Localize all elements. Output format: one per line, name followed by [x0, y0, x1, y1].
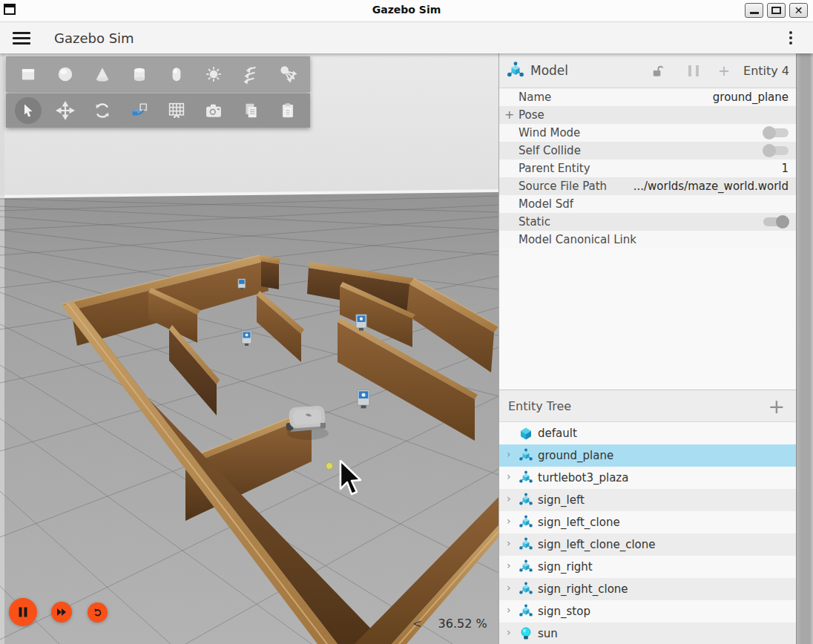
tree-item-sign-right[interactable]: › sign_right	[499, 556, 797, 578]
step-forward-icon	[56, 608, 67, 617]
camera-icon	[203, 100, 224, 121]
paste-icon	[278, 101, 297, 120]
viewport-3d-scene[interactable]	[0, 53, 498, 644]
minimize-button[interactable]	[745, 3, 763, 18]
select-tool-button[interactable]	[10, 95, 47, 126]
pause-button[interactable]	[9, 598, 37, 626]
gazebo-window: Gazebo Sim ✕ Gazebo Sim	[0, 0, 813, 644]
close-icon: ✕	[794, 5, 803, 16]
tool-toolbar	[6, 93, 310, 128]
tree-item-sun[interactable]: › sun	[499, 622, 797, 644]
maximize-button[interactable]	[767, 3, 786, 18]
rotate-icon	[93, 101, 112, 120]
model-properties: Nameground_plane+PoseWind ModeSelf Colli…	[499, 88, 797, 249]
minimize-icon	[750, 12, 759, 14]
toggle-static[interactable]	[763, 217, 789, 226]
screenshot-button[interactable]	[195, 95, 232, 126]
box-button[interactable]	[10, 59, 47, 90]
tree-item-ground-plane[interactable]: › ground_plane	[499, 444, 797, 467]
kebab-menu-button[interactable]	[786, 28, 795, 47]
expand-chevron-icon[interactable]: ›	[507, 493, 511, 505]
tree-item-label: default	[538, 427, 577, 440]
model-icon	[519, 582, 533, 597]
sphere-button[interactable]	[47, 59, 84, 90]
paste-button[interactable]	[269, 95, 306, 126]
expand-chevron-icon[interactable]: ›	[507, 515, 511, 527]
tree-item-sign-left-clone[interactable]: › sign_left_clone	[499, 511, 797, 533]
capsule-icon	[167, 65, 186, 84]
tree-item-sign-left[interactable]: › sign_left	[499, 489, 797, 511]
panel-scrollbar[interactable]	[796, 53, 813, 644]
snap-transform-button[interactable]	[121, 95, 158, 126]
tree-item-label: sun	[538, 627, 558, 640]
box-icon	[19, 65, 38, 84]
property-row-source-file-path[interactable]: Source File Path.../worlds/maze_world.wo…	[499, 177, 797, 195]
spot-light-button[interactable]	[269, 59, 306, 90]
window-title: Gazebo Sim	[0, 4, 813, 16]
model-icon	[519, 470, 533, 485]
property-label: Source File Path	[519, 180, 607, 193]
tree-item-label: turtlebot3_plaza	[538, 471, 628, 484]
tree-item-label: sign_left_clone	[538, 516, 620, 529]
tree-item-label: sign_left_clone_clone	[538, 538, 655, 551]
copy-button[interactable]	[232, 95, 269, 126]
property-row-parent-entity[interactable]: Parent Entity1	[499, 160, 797, 177]
property-row-model-sdf[interactable]: Model Sdf	[499, 195, 797, 213]
expand-chevron-icon[interactable]: ›	[507, 626, 511, 638]
property-row-name[interactable]: Nameground_plane	[499, 88, 797, 106]
property-row-wind-mode[interactable]: Wind Mode	[499, 124, 797, 142]
expand-plus-icon[interactable]: +	[504, 108, 514, 122]
toggle-self-collide[interactable]	[763, 146, 789, 155]
tree-item-sign-left-clone-clone[interactable]: › sign_left_clone_clone	[499, 533, 797, 556]
entity-tree-title: Entity Tree	[508, 399, 571, 413]
directional-light-icon	[241, 65, 260, 84]
expand-chevron-icon[interactable]: ›	[507, 470, 511, 482]
toggle-wind-mode[interactable]	[763, 128, 789, 137]
expand-chevron-icon[interactable]: ›	[507, 582, 511, 594]
property-row-static[interactable]: Static	[499, 213, 797, 231]
tree-item-default[interactable]: default	[499, 422, 797, 444]
property-row-pose[interactable]: +Pose	[499, 106, 797, 124]
model-icon	[519, 604, 533, 619]
copy-icon	[241, 101, 260, 120]
expand-chevron-icon[interactable]: ›	[507, 604, 511, 616]
property-row-model-canonical-link[interactable]: Model Canonical Link	[499, 231, 797, 249]
viewport-3d[interactable]: < 36.52 %	[0, 53, 498, 644]
menu-hamburger-button[interactable]	[13, 32, 30, 45]
property-row-self-collide[interactable]: Self Collide	[499, 142, 797, 160]
translate-tool-button[interactable]	[47, 95, 84, 126]
tree-item-sign-stop[interactable]: › sign_stop	[499, 600, 797, 622]
main-content: < 36.52 % Model	[0, 53, 813, 644]
app-title: Gazebo Sim	[54, 30, 134, 46]
waffle-robot[interactable]	[286, 405, 329, 440]
app-toolbar: Gazebo Sim	[0, 22, 813, 53]
close-button[interactable]: ✕	[789, 3, 808, 18]
inspector-pause-button[interactable]	[688, 65, 699, 76]
step-forward-button[interactable]	[51, 602, 72, 622]
model-icon	[507, 62, 524, 79]
tree-item-turtlebot3-plaza[interactable]: › turtlebot3_plaza	[499, 467, 797, 489]
reset-button[interactable]	[88, 602, 108, 622]
cone-button[interactable]	[84, 59, 121, 90]
inspector-add-button[interactable]: +	[718, 64, 730, 78]
expand-chevron-icon[interactable]: ›	[507, 448, 511, 460]
collapse-chevron-icon[interactable]: <	[412, 617, 422, 631]
grid-config-button[interactable]	[158, 95, 195, 126]
rtf-value: 36.52 %	[438, 617, 487, 631]
point-light-icon	[204, 65, 223, 84]
cylinder-button[interactable]	[121, 59, 158, 90]
tree-item-sign-right-clone[interactable]: › sign_right_clone	[499, 578, 797, 600]
point-light-button[interactable]	[195, 59, 232, 90]
inspector-title: Model	[530, 63, 568, 78]
expand-chevron-icon[interactable]: ›	[507, 537, 511, 549]
entity-tree-add-button[interactable]: +	[768, 396, 785, 416]
grid-icon	[166, 100, 187, 121]
expand-chevron-icon[interactable]: ›	[507, 559, 511, 571]
lock-button[interactable]	[651, 64, 665, 78]
rotate-tool-button[interactable]	[84, 95, 121, 126]
pause-icon	[17, 606, 29, 618]
capsule-button[interactable]	[158, 59, 195, 90]
directional-light-button[interactable]	[232, 59, 269, 90]
cone-icon	[93, 65, 112, 84]
window-controls: ✕	[745, 3, 808, 18]
